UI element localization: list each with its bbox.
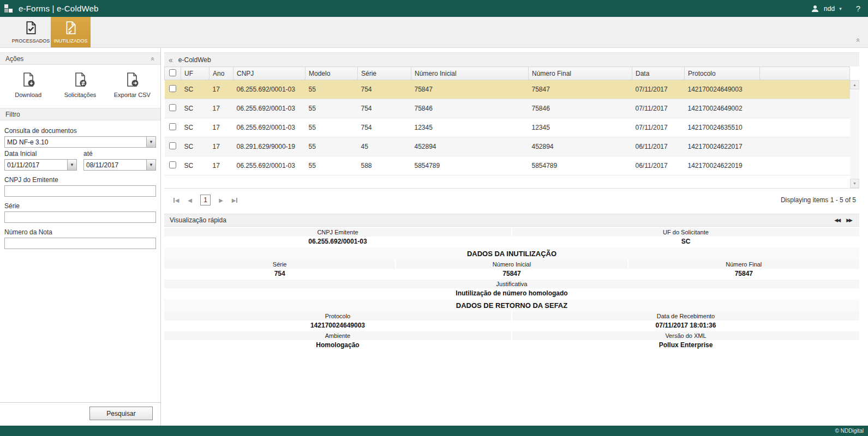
qv-field-numero-inicial: Número Inicial 75847 — [395, 260, 627, 280]
app-title: e-Forms | e-ColdWeb — [19, 4, 99, 13]
collapse-panel-icon[interactable]: « — [169, 56, 173, 64]
data-inicial-input[interactable] — [4, 159, 77, 171]
cell-serie: 754 — [358, 118, 411, 137]
serie-label: Série — [4, 202, 156, 210]
cell-data: 07/11/2017 — [632, 80, 685, 99]
pagination-bar: ◀ ◀ 1 ▶ ▶ Displaying items 1 - 5 of 5 — [164, 189, 859, 211]
numero-nota-input[interactable] — [4, 238, 156, 249]
cell-cnpj: 06.255.692/0001-03 — [234, 99, 306, 118]
exportar-csv-button[interactable]: Exportar CSV — [107, 71, 157, 98]
panel-header: « e-ColdWeb — [164, 52, 859, 66]
results-grid: UF Ano CNPJ Modelo Série Número Inicial … — [164, 66, 859, 189]
user-menu[interactable]: ndd — [824, 5, 835, 13]
scroll-down-icon[interactable]: ▼ — [850, 179, 859, 188]
panel-title: e-ColdWeb — [178, 56, 211, 64]
row-checkbox[interactable] — [169, 85, 176, 92]
tab-processados[interactable]: PROCESSADOS — [11, 17, 51, 47]
processados-icon — [24, 21, 38, 36]
top-bar: e-Forms | e-ColdWeb ndd ▾ ? — [0, 0, 868, 17]
solicitacoes-button[interactable]: Solicitações — [56, 71, 105, 98]
dropdown-arrow-icon[interactable]: ▼ — [146, 137, 155, 147]
cell-numero-inicial: 75847 — [411, 80, 529, 99]
table-row[interactable]: SC 17 06.255.692/0001-03 55 754 75847 75… — [165, 80, 850, 99]
actions-collapse-icon[interactable]: « — [149, 57, 157, 60]
cell-data: 06/11/2017 — [632, 156, 685, 175]
ate-label: até — [83, 150, 156, 158]
row-checkbox[interactable] — [169, 142, 176, 149]
field-value: Inutilização de número homologado — [164, 288, 859, 299]
actions-section-header: Ações « — [0, 52, 160, 65]
toolbar-collapse-icon[interactable]: « — [854, 38, 863, 42]
scrollbar-track[interactable] — [850, 89, 859, 179]
cell-uf: SC — [181, 156, 209, 175]
cell-serie: 754 — [358, 99, 411, 118]
consulta-documentos-combo: ▼ — [4, 136, 156, 148]
field-value: 142170024649003 — [164, 320, 511, 331]
qv-section-inutilizacao: DADOS DA INUTILIZAÇÃO — [164, 247, 859, 260]
field-label: Série — [164, 260, 395, 269]
action-label: Solicitações — [64, 92, 97, 98]
dropdown-arrow-icon[interactable]: ▼ — [146, 160, 155, 170]
table-row[interactable]: SC 17 06.255.692/0001-03 55 588 5854789 … — [165, 156, 850, 175]
first-page-button[interactable]: ◀ — [171, 195, 182, 205]
column-header[interactable]: Protocolo — [685, 67, 760, 80]
column-header[interactable]: Série — [358, 67, 411, 80]
cell-numero-inicial: 12345 — [411, 118, 529, 137]
field-value: Pollux Enterprise — [512, 340, 859, 351]
filter-body: Consulta de documentos ▼ Data Inicial ▼ … — [0, 120, 160, 249]
cell-numero-inicial: 452894 — [411, 137, 529, 156]
cnpj-emitente-input[interactable] — [4, 185, 156, 197]
table-header-row: UF Ano CNPJ Modelo Série Número Inicial … — [165, 67, 850, 80]
cell-modelo: 55 — [306, 137, 358, 156]
last-page-button[interactable]: ▶ — [229, 195, 240, 205]
select-all-checkbox[interactable] — [169, 69, 176, 76]
pesquisar-button[interactable]: Pesquisar — [89, 407, 153, 420]
tab-inutilizados[interactable]: INUTILIZADOS — [51, 17, 91, 47]
column-header[interactable]: CNPJ — [234, 67, 306, 80]
cell-ano: 17 — [209, 118, 234, 137]
table-row[interactable]: SC 17 06.255.692/0001-03 55 754 75846 75… — [165, 99, 850, 118]
table-scrollbar[interactable]: ▲ ▼ — [850, 80, 859, 188]
quickview-prev-button[interactable]: ◀◀ — [833, 216, 842, 224]
column-header[interactable]: Modelo — [306, 67, 358, 80]
cell-protocolo: 142170024649002 — [685, 99, 760, 118]
table-row[interactable]: SC 17 06.255.692/0001-03 55 754 12345 12… — [165, 118, 850, 137]
chevron-down-icon[interactable]: ▾ — [839, 6, 842, 11]
copyright-text: © NDDigital — [835, 428, 864, 434]
column-header[interactable]: Número Final — [529, 67, 632, 80]
consulta-documentos-select[interactable] — [4, 136, 156, 148]
quickview-next-button[interactable]: ▶▶ — [845, 216, 854, 224]
qv-field-ambiente: Ambiente Homologação — [164, 331, 511, 351]
qv-field-data-recebimento: Data de Recebimento 07/11/2017 18:01:36 — [511, 312, 859, 331]
field-value: 75847 — [396, 269, 627, 280]
field-label: CNPJ Emitente — [164, 228, 511, 237]
quickview-header: Visualização rápida ◀◀ ▶▶ — [164, 214, 859, 227]
table-row[interactable]: SC 17 08.291.629/9000-19 55 45 452894 45… — [165, 137, 850, 156]
field-value: 754 — [164, 269, 395, 280]
row-checkbox[interactable] — [169, 123, 176, 130]
qv-field-uf-solicitante: UF do Solicitante SC — [511, 228, 859, 247]
current-page[interactable]: 1 — [200, 195, 211, 205]
dropdown-arrow-icon[interactable]: ▼ — [67, 160, 76, 170]
cnpj-emitente-label: CNPJ do Emitente — [4, 176, 156, 184]
download-button[interactable]: Download — [4, 71, 53, 98]
prev-page-button[interactable]: ◀ — [184, 195, 195, 205]
column-header[interactable]: UF — [181, 67, 209, 80]
cell-uf: SC — [181, 80, 209, 99]
data-inicial-label: Data Inicial — [4, 150, 77, 158]
field-label: Número Inicial — [396, 260, 627, 269]
help-button[interactable]: ? — [856, 4, 860, 13]
qv-section-sefaz: DADOS DE RETORNO DA SEFAZ — [164, 299, 859, 312]
column-header[interactable]: Ano — [209, 67, 234, 80]
row-checkbox[interactable] — [169, 161, 176, 168]
column-header[interactable]: Número Inicial — [411, 67, 529, 80]
row-checkbox[interactable] — [169, 104, 176, 111]
scroll-up-icon[interactable]: ▲ — [850, 80, 859, 89]
quickview-content: CNPJ Emitente 06.255.692/0001-03 UF do S… — [164, 227, 859, 351]
column-header[interactable]: Data — [632, 67, 685, 80]
next-page-button[interactable]: ▶ — [215, 195, 226, 205]
serie-input[interactable] — [4, 211, 156, 223]
data-final-input[interactable] — [83, 159, 156, 171]
cell-uf: SC — [181, 118, 209, 137]
qv-field-numero-final: Número Final 75847 — [627, 260, 859, 280]
